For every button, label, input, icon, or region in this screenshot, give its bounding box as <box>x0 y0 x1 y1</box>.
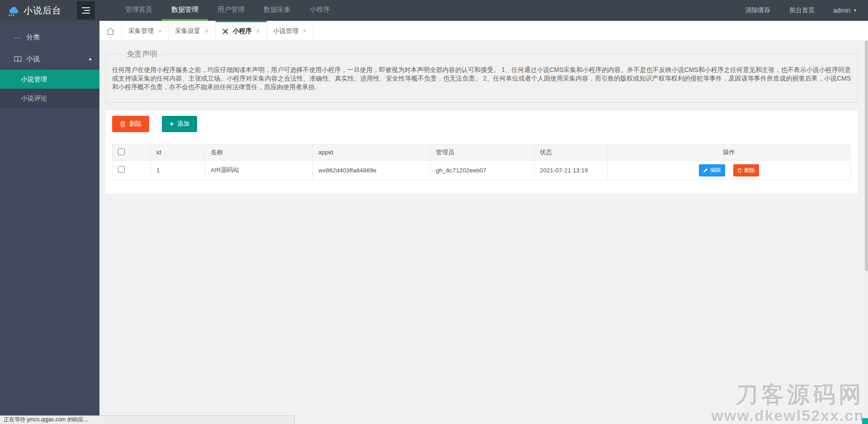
sidebar-item-novel[interactable]: 小说 ▲ <box>0 48 99 70</box>
menu-item-mini-program[interactable]: 小程序 <box>300 0 340 21</box>
navbar-right: 清除缓存 前台首页 admin ▼ <box>736 0 868 21</box>
tab-label: 小程序 <box>233 27 252 35</box>
row-delete-button[interactable]: 删除 <box>733 164 759 176</box>
close-icon[interactable]: × <box>204 28 208 35</box>
menu-item-dashboard[interactable]: 管理首页 <box>116 0 162 21</box>
mini-program-panel: 删除 + 添加 id 名称 appid 管理员 状态 操作 <box>105 110 858 194</box>
plus-icon: + <box>170 121 174 127</box>
bottom-right-widget[interactable] <box>862 418 868 424</box>
trash-icon <box>120 121 126 127</box>
close-icon[interactable]: × <box>158 28 162 35</box>
main-menu: 管理首页 数据管理 用户管理 数据采集 小程序 <box>116 0 340 21</box>
add-button[interactable]: + 添加 <box>162 116 197 132</box>
tab-label: 采集设置 <box>175 27 200 35</box>
top-navbar: 小说后台 管理首页 数据管理 用户管理 数据采集 小程序 清除缓存 前台首页 a… <box>0 0 868 21</box>
row-delete-button-label: 删除 <box>744 167 755 174</box>
cell-status: 2021-07-21 13:19 <box>534 161 608 180</box>
add-button-label: 添加 <box>177 120 189 128</box>
table-row: 1 AIR源码站 wx862d403ffa84869e gh_8c71202ee… <box>113 161 851 180</box>
cell-actions: 编辑 删除 <box>608 161 851 180</box>
book-icon <box>14 56 26 62</box>
sidebar-item-category[interactable]: ··· 分类 <box>0 26 99 48</box>
delete-button[interactable]: 删除 <box>112 116 149 132</box>
trash-icon <box>737 168 742 173</box>
tab-novel-management[interactable]: 小说管理 × <box>267 21 313 40</box>
menu-item-data-management[interactable]: 数据管理 <box>162 0 208 21</box>
column-header-admin: 管理员 <box>430 144 534 161</box>
tab-mini-program[interactable]: 小程序 × <box>216 21 267 40</box>
mini-program-table: id 名称 appid 管理员 状态 操作 1 AIR源码站 wx862d403… <box>112 144 851 180</box>
disclaimer-text: 任何用户在使用小程序服务之前，均应仔细阅读本声明，用户可选择不使用小程序，一旦使… <box>112 66 851 91</box>
username: admin <box>833 7 850 14</box>
row-checkbox[interactable] <box>118 166 125 173</box>
tab-home[interactable] <box>99 21 122 40</box>
cell-id: 1 <box>151 161 205 180</box>
delete-button-label: 删除 <box>129 120 142 128</box>
close-icon[interactable]: × <box>302 28 307 35</box>
hamburger-icon <box>82 7 90 8</box>
tab-collection-management[interactable]: 采集管理 × <box>122 21 169 40</box>
scrollbar-thumb[interactable] <box>865 21 868 271</box>
edit-button-label: 编辑 <box>710 167 721 174</box>
user-dropdown[interactable]: admin ▼ <box>824 7 857 14</box>
sidebar-item-label: 小说 <box>26 55 40 63</box>
disclaimer-box: 免责声明 任何用户在使用小程序服务之前，均应仔细阅读本声明，用户可选择不使用小程… <box>105 49 858 103</box>
column-header-id: id <box>151 144 205 161</box>
chevron-up-icon: ▲ <box>88 57 92 61</box>
brand: 小说后台 <box>0 0 77 21</box>
tab-label: 采集管理 <box>128 27 154 35</box>
column-header-actions: 操作 <box>608 144 851 161</box>
chevron-down-icon: ▼ <box>853 8 857 13</box>
column-header-appid: appid <box>313 144 430 161</box>
edit-button[interactable]: 编辑 <box>699 164 725 176</box>
sidebar-toggle-button[interactable] <box>77 1 95 19</box>
cell-name: AIR源码站 <box>205 161 313 180</box>
main-content: 免责声明 任何用户在使用小程序服务之前，均应仔细阅读本声明，用户可选择不使用小程… <box>99 41 865 424</box>
front-site-link[interactable]: 前台首页 <box>780 6 824 14</box>
menu-item-data-collection[interactable]: 数据采集 <box>254 0 300 21</box>
cell-admin: gh_8c71202eeb07 <box>430 161 534 180</box>
tools-icon <box>222 28 229 35</box>
vertical-scrollbar[interactable] <box>865 21 868 424</box>
column-header-status: 状态 <box>534 144 608 161</box>
sidebar: ··· 分类 小说 ▲ 小说管理 小说评论 <box>0 21 99 424</box>
status-text: 正在等待 ymcs.qqjas.com 的响应... <box>4 416 88 423</box>
novel-submenu: 小说管理 小说评论 <box>0 70 99 108</box>
column-header-name: 名称 <box>205 144 313 161</box>
tab-label: 小说管理 <box>273 27 298 35</box>
sidebar-item-label: 分类 <box>26 33 40 42</box>
cloud-rain-logo-icon <box>5 3 20 18</box>
clear-cache-link[interactable]: 清除缓存 <box>736 6 780 14</box>
select-all-checkbox[interactable] <box>118 148 125 155</box>
browser-status-bar: 正在等待 ymcs.qqjas.com 的响应... <box>0 415 295 424</box>
close-icon[interactable]: × <box>256 28 260 35</box>
tab-bar: 采集管理 × 采集设置 × 小程序 × 小说管理 × <box>99 21 868 41</box>
pencil-icon <box>703 168 708 173</box>
sidebar-item-novel-comments[interactable]: 小说评论 <box>0 89 99 108</box>
cell-appid: wx862d403ffa84869e <box>313 161 430 180</box>
table-header-row: id 名称 appid 管理员 状态 操作 <box>113 144 851 161</box>
ellipsis-icon: ··· <box>14 33 26 41</box>
menu-item-user-management[interactable]: 用户管理 <box>208 0 254 21</box>
tab-collection-settings[interactable]: 采集设置 × <box>169 21 215 40</box>
app-title: 小说后台 <box>24 5 61 17</box>
home-icon <box>106 27 115 35</box>
toolbar: 删除 + 添加 <box>112 116 851 132</box>
sidebar-item-novel-management[interactable]: 小说管理 <box>0 70 99 89</box>
disclaimer-title: 免责声明 <box>122 49 162 59</box>
